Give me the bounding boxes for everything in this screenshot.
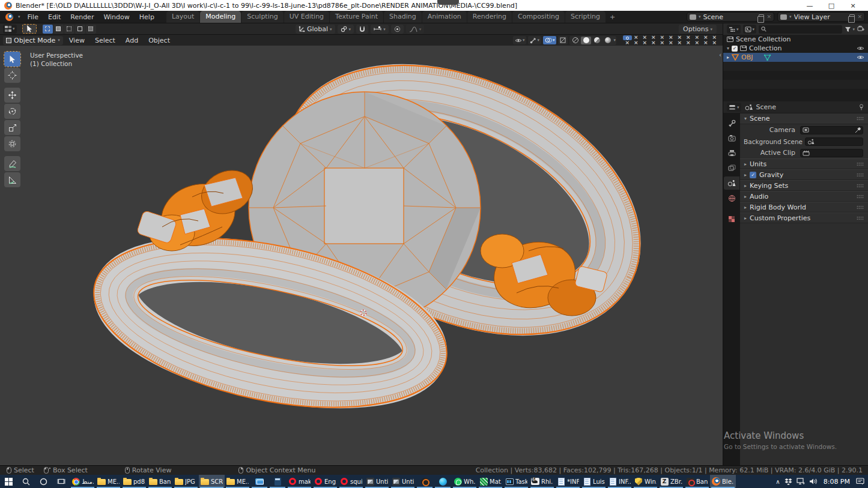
viewport-canvas[interactable] xyxy=(0,35,723,466)
properties-editor-type-selector[interactable]: ▾ xyxy=(727,103,741,112)
drag-handle-icon[interactable] xyxy=(857,162,864,166)
tab-texture-paint[interactable]: Texture Paint xyxy=(330,11,383,23)
view-layer-selector[interactable]: ▾ View Layer ✕ xyxy=(777,12,865,22)
missing-icon[interactable]: × xyxy=(667,40,676,46)
visibility-dropdown[interactable]: ▾ xyxy=(513,36,527,44)
taskbar-app-folder[interactable]: Ban... xyxy=(147,475,173,488)
missing-icon[interactable]: × xyxy=(710,40,719,46)
overlays-toggle[interactable]: ▾ xyxy=(543,36,557,44)
taskbar-app-folder[interactable]: JPG xyxy=(173,475,199,488)
taskbar-app-rhino[interactable]: 6Rhi... xyxy=(529,475,555,488)
shading-rendered-button[interactable] xyxy=(602,37,613,44)
select-set-button[interactable] xyxy=(43,25,53,34)
taskbar-app-notepad[interactable]: Luis... xyxy=(581,475,607,488)
units-section[interactable]: ▸ Units xyxy=(740,158,868,169)
snap-target-dropdown[interactable]: ▾ xyxy=(371,25,389,34)
tool-cursor[interactable] xyxy=(4,68,20,83)
action-center-icon[interactable] xyxy=(856,478,864,485)
tab-scripting[interactable]: Scripting xyxy=(565,11,605,23)
new-view-layer-icon[interactable] xyxy=(849,14,855,20)
taskbar-search-button[interactable] xyxy=(17,475,35,488)
missing-icon[interactable]: × xyxy=(640,40,649,46)
gravity-checkbox[interactable]: ✓ xyxy=(750,172,756,178)
network-icon[interactable] xyxy=(797,478,805,485)
shading-material-button[interactable] xyxy=(592,37,602,44)
collection-checkbox[interactable]: ✓ xyxy=(732,46,738,52)
eye-icon[interactable] xyxy=(857,46,864,51)
taskbar-app-edge[interactable] xyxy=(434,475,452,488)
tool-rotate[interactable] xyxy=(4,104,20,119)
missing-icon[interactable]: × xyxy=(632,40,641,46)
taskbar-app-opera[interactable]: Eng... xyxy=(312,475,338,488)
audio-section[interactable]: ▸ Audio xyxy=(740,191,868,202)
tab-rendering[interactable]: Rendering xyxy=(467,11,512,23)
clock[interactable]: 8:08 PM xyxy=(822,478,852,486)
missing-icon[interactable]: × xyxy=(702,40,711,46)
cortana-button[interactable] xyxy=(35,475,52,488)
menu-file[interactable]: File xyxy=(23,12,43,22)
outliner-editor-type-selector[interactable]: ▾ xyxy=(727,25,741,34)
active-tool-button[interactable] xyxy=(22,24,37,34)
eye-icon[interactable] xyxy=(857,55,864,60)
custom-properties-section[interactable]: ▸ Custom Properties xyxy=(740,212,868,223)
tab-render-properties[interactable] xyxy=(724,131,739,145)
viewport-menu-add[interactable]: Add xyxy=(121,37,142,44)
missing-icon[interactable]: × xyxy=(623,40,632,46)
start-button[interactable] xyxy=(0,475,17,488)
gravity-section[interactable]: ▸ ✓ Gravity xyxy=(740,169,868,180)
taskbar-app-folder[interactable]: ME... xyxy=(96,475,121,488)
tool-measure[interactable] xyxy=(4,172,20,187)
taskbar-app-image-editor[interactable]: Unti... xyxy=(390,475,416,488)
taskbar-app-blender[interactable]: Ble... xyxy=(710,475,736,488)
tab-tool-properties[interactable] xyxy=(724,116,739,130)
proportional-falloff-dropdown[interactable]: ▾ xyxy=(406,25,425,34)
missing-icon[interactable]: × xyxy=(658,40,667,46)
taskbar-app-image-editor[interactable]: Unti... xyxy=(364,475,390,488)
scene-selector[interactable]: ▾ Scene ✕ xyxy=(687,12,774,22)
disclosure-open-icon[interactable]: ▾ xyxy=(727,46,729,51)
background-scene-field[interactable] xyxy=(805,137,863,146)
taskbar-app-opera[interactable]: mak... xyxy=(287,475,312,488)
unlink-scene-icon[interactable]: ✕ xyxy=(766,14,771,20)
tab-scene-properties[interactable] xyxy=(724,176,739,190)
minimize-button[interactable]: — xyxy=(799,0,821,11)
tab-texture-properties[interactable] xyxy=(724,212,739,226)
taskbar-app-camera-lens[interactable] xyxy=(416,475,434,488)
tab-layout[interactable]: Layout xyxy=(166,11,199,23)
drag-handle-icon[interactable] xyxy=(857,116,864,121)
viewport-3d[interactable]: Object Mode ▾ View Select Add Object ▾ ▾… xyxy=(0,34,723,465)
eyedropper-icon[interactable] xyxy=(855,127,861,133)
scene-panel-header[interactable]: ▾ Scene xyxy=(740,113,868,124)
taskbar-app-notepad[interactable]: INF... xyxy=(607,475,633,488)
taskbar-app-recorder[interactable]: Ban... xyxy=(684,475,710,488)
gizmos-dropdown[interactable]: ▾ xyxy=(528,36,541,44)
remove-view-layer-icon[interactable]: ✕ xyxy=(857,14,862,20)
outliner-row-obj[interactable]: ▸ OBJ xyxy=(723,53,868,62)
tool-transform[interactable] xyxy=(4,136,20,151)
menu-render[interactable]: Render xyxy=(65,12,99,22)
pin-icon[interactable] xyxy=(858,104,864,110)
outliner-display-mode-dropdown[interactable]: ▾ xyxy=(743,25,757,34)
tab-shading[interactable]: Shading xyxy=(384,11,422,23)
drag-handle-icon[interactable] xyxy=(857,173,864,177)
tool-scale[interactable] xyxy=(4,120,20,135)
xray-toggle[interactable] xyxy=(558,36,568,44)
blender-app-menu[interactable]: ▾ xyxy=(3,13,23,21)
tab-animation[interactable]: Animation xyxy=(422,11,467,23)
new-scene-icon[interactable] xyxy=(759,14,764,20)
drag-handle-icon[interactable] xyxy=(857,184,864,188)
tool-annotate[interactable] xyxy=(4,156,20,171)
menu-help[interactable]: Help xyxy=(135,12,159,22)
tab-modeling[interactable]: Modeling xyxy=(200,11,241,23)
drag-handle-icon[interactable] xyxy=(857,194,864,199)
taskbar-app-calculator[interactable] xyxy=(269,475,287,488)
snap-toggle[interactable] xyxy=(356,25,368,34)
viewport-menu-view[interactable]: View xyxy=(65,37,89,44)
proportional-editing-toggle[interactable] xyxy=(391,25,404,34)
active-clip-field[interactable] xyxy=(800,149,863,157)
rigid-body-world-section[interactable]: ▸ Rigid Body World xyxy=(740,202,868,212)
camera-field[interactable] xyxy=(800,126,863,134)
viewport-menu-object[interactable]: Object xyxy=(144,37,174,44)
tab-world-properties[interactable] xyxy=(724,191,739,205)
taskbar-app-opera[interactable]: squi... xyxy=(338,475,364,488)
